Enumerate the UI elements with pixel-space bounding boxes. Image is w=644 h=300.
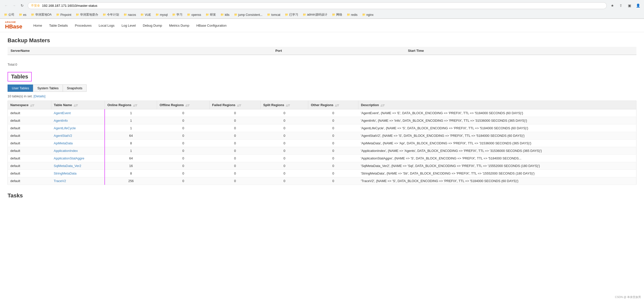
table-name-link[interactable]: StringMetaData bbox=[54, 172, 77, 175]
cell-offline-regions: 0 bbox=[157, 170, 210, 177]
table-name-link[interactable]: ApplicationIndex bbox=[54, 149, 78, 153]
bookmark-item[interactable]: jump Consistent... bbox=[233, 13, 264, 17]
nav-table-details[interactable]: Table Details bbox=[46, 22, 71, 29]
nav-metrics-dump[interactable]: Metrics Dump bbox=[166, 22, 193, 29]
bookmark-item[interactable]: Pinpoint bbox=[55, 13, 73, 17]
nav-procedures[interactable]: Procedures bbox=[71, 22, 95, 29]
nav-local-logs[interactable]: Local Logs bbox=[95, 22, 118, 29]
reload-button[interactable]: ↻ bbox=[19, 2, 26, 9]
sort-icon-failed: △▽ bbox=[237, 104, 241, 107]
cell-online-regions: 1 bbox=[105, 124, 157, 132]
bookmark-item[interactable]: 华润置地OA bbox=[29, 12, 53, 17]
bookmark-item[interactable]: 已学习 bbox=[283, 12, 300, 17]
bookmark-item[interactable]: VUE bbox=[139, 13, 153, 17]
cell-online-regions: 1 bbox=[105, 117, 157, 124]
bookmark-button[interactable]: ★ bbox=[609, 2, 616, 9]
bookmark-item[interactable]: 网络 bbox=[330, 12, 344, 17]
th-namespace[interactable]: Namespace △▽ bbox=[8, 101, 51, 109]
cell-split-regions: 0 bbox=[261, 147, 308, 155]
cell-failed-regions: 0 bbox=[209, 124, 260, 132]
sort-icon-split: △▽ bbox=[286, 104, 290, 107]
table-name-link[interactable]: AgentInfo bbox=[54, 119, 68, 122]
th-split-regions[interactable]: Split Regions △▽ bbox=[261, 101, 308, 109]
cell-tablename: AgentEvent bbox=[51, 109, 105, 117]
sort-icon-tablename: △▽ bbox=[74, 104, 78, 107]
bookmark-item[interactable]: 公司 bbox=[3, 12, 16, 17]
cell-tablename: AgentStatV2 bbox=[51, 132, 105, 140]
bookmark-item[interactable]: nacos bbox=[122, 13, 137, 17]
col-servername: ServerName bbox=[8, 47, 272, 55]
table-name-link[interactable]: AgentEvent bbox=[54, 111, 71, 115]
nav-home[interactable]: Home bbox=[30, 22, 46, 29]
bookmark-item[interactable]: admin源码设计 bbox=[301, 12, 329, 17]
sort-icon-namespace: △▽ bbox=[30, 104, 34, 107]
bookmark-item[interactable]: tomcat bbox=[266, 13, 282, 17]
cell-description: 'AgentStatV2', {NAME => 'S', DATA_BLOCK_… bbox=[358, 132, 636, 140]
bookmark-item[interactable]: redis bbox=[345, 13, 359, 17]
browser-toolbar: ← → ↻ 不安全 ★ ⇧ ▣ 👤 bbox=[0, 0, 644, 11]
th-description[interactable]: Description △▽ bbox=[358, 101, 636, 109]
cell-description: 'StringMetaData', {NAME => 'Str', DATA_B… bbox=[358, 170, 636, 177]
table-row: defaultAgentStatV2640000'AgentStatV2', {… bbox=[8, 132, 636, 140]
table-name-link[interactable]: AgentLifeCycle bbox=[54, 126, 76, 130]
cell-online-regions: 8 bbox=[105, 140, 157, 147]
cell-other-regions: 0 bbox=[308, 155, 358, 162]
table-row: defaultSqlMetaData_Ver2160000'SqlMetaDat… bbox=[8, 162, 636, 170]
table-name-link[interactable]: AgentStatV2 bbox=[54, 134, 72, 138]
bookmark-item[interactable]: mysql bbox=[154, 13, 169, 17]
th-other-regions[interactable]: Other Regions △▽ bbox=[308, 101, 358, 109]
cell-online-regions: 64 bbox=[105, 132, 157, 140]
cell-offline-regions: 0 bbox=[157, 147, 210, 155]
th-failed-regions[interactable]: Failed Regions △▽ bbox=[209, 101, 260, 109]
cell-offline-regions: 0 bbox=[157, 177, 210, 185]
tab-system-tables[interactable]: System Tables bbox=[33, 84, 62, 92]
nav-hbase-config[interactable]: HBase Configuration bbox=[193, 22, 230, 29]
sort-icon-offline: △▽ bbox=[185, 104, 190, 107]
share-button[interactable]: ⇧ bbox=[617, 2, 624, 9]
table-name-link[interactable]: ApplicationStatAggre bbox=[54, 156, 84, 160]
bookmark-item[interactable]: openss bbox=[185, 13, 203, 17]
cell-namespace: default bbox=[8, 117, 51, 124]
bookmarks-bar: 公司es华润置地OAPinpoint华润置地督办今年计划nacosVUEmysq… bbox=[0, 11, 644, 19]
sort-icon-desc: △▽ bbox=[381, 104, 385, 107]
tables-section: Tables User Tables System Tables Snapsho… bbox=[8, 72, 636, 185]
bookmark-item[interactable]: nginx bbox=[361, 13, 375, 17]
logo-apache: APACHE bbox=[5, 21, 22, 23]
sort-icon-online: △▽ bbox=[133, 104, 137, 107]
nav-debug-dump[interactable]: Debug Dump bbox=[139, 22, 166, 29]
bookmark-item[interactable]: 今年计划 bbox=[101, 12, 121, 17]
cell-split-regions: 0 bbox=[261, 140, 308, 147]
back-button[interactable]: ← bbox=[3, 2, 10, 9]
table-name-link[interactable]: TraceV2 bbox=[54, 179, 66, 183]
details-link[interactable]: [Details] bbox=[33, 94, 45, 98]
url-input[interactable] bbox=[42, 4, 603, 8]
cell-failed-regions: 0 bbox=[209, 117, 260, 124]
cell-failed-regions: 0 bbox=[209, 155, 260, 162]
cell-namespace: default bbox=[8, 132, 51, 140]
tab-snapshots[interactable]: Snapshots bbox=[63, 84, 87, 92]
nav-log-level[interactable]: Log Level bbox=[118, 22, 139, 29]
cell-other-regions: 0 bbox=[308, 109, 358, 117]
table-row: defaultApplicationStatAggre640000'Applic… bbox=[8, 155, 636, 162]
th-online-regions[interactable]: Online Regions △▽ bbox=[105, 101, 157, 109]
table-info: 10 table(s) in set. [Details] bbox=[8, 94, 636, 98]
extensions-button[interactable]: ▣ bbox=[626, 2, 633, 9]
th-offline-regions[interactable]: Offline Regions △▽ bbox=[157, 101, 210, 109]
bookmark-item[interactable]: 学习 bbox=[171, 12, 184, 17]
table-name-link[interactable]: SqlMetaData_Ver2 bbox=[54, 164, 81, 168]
th-tablename[interactable]: Table Name △▽ bbox=[51, 101, 105, 109]
tasks-section: Tasks bbox=[8, 192, 636, 199]
cell-failed-regions: 0 bbox=[209, 177, 260, 185]
table-row: defaultTraceV22560000'TraceV2', {NAME =>… bbox=[8, 177, 636, 185]
table-name-link[interactable]: ApiMetaData bbox=[54, 141, 73, 145]
profile-button[interactable]: 👤 bbox=[634, 2, 641, 9]
tab-user-tables[interactable]: User Tables bbox=[8, 84, 33, 92]
bookmark-item[interactable]: k8s bbox=[219, 13, 231, 17]
bookmark-item[interactable]: 华润置地督办 bbox=[74, 12, 100, 17]
bookmark-item[interactable]: 研发 bbox=[204, 12, 217, 17]
forward-button[interactable]: → bbox=[11, 2, 18, 9]
cell-description: 'AgentEvent', {NAME => 'E', DATA_BLOCK_E… bbox=[358, 109, 636, 117]
backup-masters-table: ServerName Port Start Time bbox=[8, 47, 636, 55]
cell-online-regions: 1 bbox=[105, 109, 157, 117]
bookmark-item[interactable]: es bbox=[17, 13, 28, 17]
